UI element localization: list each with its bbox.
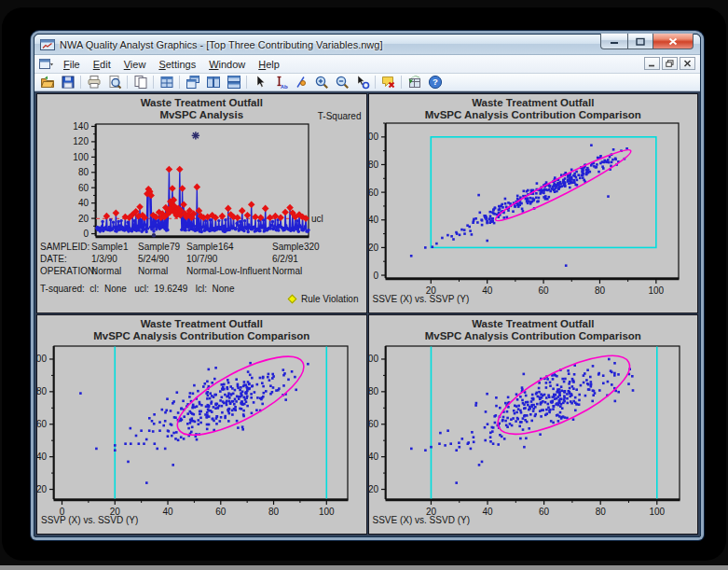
tile-windows-icon: [159, 75, 174, 90]
app-icon: [40, 38, 55, 51]
point-marker-icon: [294, 75, 309, 90]
menu-settings[interactable]: Settings: [152, 57, 202, 72]
svg-text:80: 80: [268, 507, 280, 517]
svg-text:40: 40: [78, 198, 89, 208]
open-button[interactable]: [37, 75, 57, 90]
svg-text:80: 80: [595, 507, 606, 517]
tsquared-control-chart[interactable]: 020406080100120140ucl: [37, 94, 365, 313]
zoom-in-icon: [314, 75, 329, 90]
point-marker-button[interactable]: [291, 75, 310, 90]
delete-annotation-icon: [381, 75, 396, 90]
axis-pair-label: SSVE (X) vs. SSVP (Y): [373, 294, 470, 304]
svg-text:ucl: ucl: [311, 214, 323, 224]
save-icon: [61, 75, 76, 90]
svg-text:80: 80: [78, 167, 89, 177]
export-data-icon: [407, 75, 422, 90]
info-cell: 1/3/90: [91, 254, 117, 264]
export-data-button[interactable]: [405, 75, 424, 90]
menu-window[interactable]: Window: [202, 57, 252, 72]
chart-panel-ssve-ssvp: Waste Treatment Outfall MvSPC Analysis C…: [368, 93, 699, 313]
svg-text:20: 20: [37, 484, 47, 494]
tile-vertical-icon: [206, 75, 221, 90]
window-controls: [600, 34, 694, 49]
menu-edit[interactable]: Edit: [87, 57, 117, 72]
axis-pair-label: SSVP (X) vs. SSVD (Y): [41, 515, 138, 525]
svg-text:120: 120: [73, 136, 89, 146]
svg-text:60: 60: [539, 507, 550, 517]
print-button[interactable]: [84, 75, 103, 90]
mdi-restore-button[interactable]: [662, 57, 678, 70]
toolbar-separator: [401, 76, 402, 89]
chart-workspace: Waste Treatment Outfall MvSPC Analysis T…: [34, 91, 700, 536]
cascade-windows-button[interactable]: [183, 75, 202, 90]
select-point-icon: [355, 75, 370, 90]
info-cell: Normal: [138, 266, 168, 276]
chart-panel-ssve-ssvd: Waste Treatment Outfall MvSPC Analysis C…: [368, 314, 699, 535]
toolbar-separator: [179, 76, 180, 89]
zoom-out-button[interactable]: [332, 75, 351, 90]
maximize-button[interactable]: [627, 34, 653, 49]
ssvp-ssvd-scatter-chart[interactable]: 20406080100020406080100: [37, 315, 365, 535]
svg-text:40: 40: [482, 507, 493, 517]
tile-horizontal-button[interactable]: [224, 75, 243, 90]
copy-button[interactable]: [130, 75, 150, 90]
svg-text:60: 60: [215, 507, 227, 517]
menubar: FileEditViewSettingsWindowHelp: [34, 55, 700, 74]
bottom-gray-strip: [0, 565, 728, 570]
svg-text:80: 80: [594, 285, 605, 296]
save-button[interactable]: [58, 75, 77, 90]
titlebar[interactable]: NWA Quality Analyst Graphics - [Top Thre…: [34, 35, 700, 55]
control-limits-line: T-squared: cl: None ucl: 19.6249 lcl: No…: [40, 284, 234, 294]
select-point-button[interactable]: [352, 75, 372, 90]
mdi-window-controls: [644, 57, 695, 70]
mdi-child-icon[interactable]: [39, 58, 53, 70]
svg-text:80: 80: [369, 160, 378, 170]
tile-windows-button[interactable]: [157, 75, 176, 90]
svg-text:100: 100: [73, 152, 89, 162]
info-cell: Sample79: [138, 242, 180, 252]
svg-text:40: 40: [369, 452, 378, 462]
info-cell: 5/24/90: [138, 254, 169, 264]
info-cell: Sample1: [91, 242, 128, 252]
ssve-ssvd-scatter-chart[interactable]: 2040608010020406080100: [369, 315, 697, 535]
select-button[interactable]: [250, 75, 269, 90]
svg-text:80: 80: [37, 386, 47, 396]
svg-text:60: 60: [369, 188, 378, 198]
tile-horizontal-icon: [227, 75, 241, 90]
mdi-close-button[interactable]: [680, 57, 695, 70]
menu-help[interactable]: Help: [252, 57, 286, 72]
ssve-ssvp-scatter-chart[interactable]: 02040608010020406080100: [369, 94, 697, 313]
svg-text:100: 100: [37, 354, 47, 364]
toolbar-separator: [127, 76, 128, 89]
svg-text:0: 0: [373, 271, 378, 281]
svg-text:60: 60: [37, 419, 47, 429]
help-button[interactable]: ?: [425, 75, 445, 90]
svg-text:100: 100: [648, 285, 664, 296]
print-icon: [87, 75, 102, 90]
screenshot-background: NWA Quality Analyst Graphics - [Top Thre…: [0, 0, 728, 570]
tile-vertical-button[interactable]: [203, 75, 223, 90]
close-button[interactable]: [653, 34, 694, 49]
svg-text:60: 60: [78, 183, 89, 193]
svg-text:20: 20: [78, 214, 89, 224]
menu-view[interactable]: View: [117, 57, 153, 72]
minimize-button[interactable]: [600, 34, 627, 49]
print-preview-button[interactable]: [104, 75, 124, 90]
window-title: NWA Quality Analyst Graphics - [Top Thre…: [60, 39, 382, 50]
info-cell: Sample320: [272, 242, 320, 252]
text-annotation-button[interactable]: Abc: [270, 75, 290, 90]
mdi-minimize-button[interactable]: [644, 57, 660, 70]
toolbar-separator: [375, 76, 376, 89]
axis-pair-label: SSVE (X) vs. SSVD (Y): [373, 515, 470, 525]
rule-violation-diamond-icon: [288, 295, 297, 304]
zoom-in-button[interactable]: [311, 75, 331, 90]
toolbar: Abc?: [34, 74, 700, 91]
cascade-windows-icon: [185, 75, 200, 90]
delete-annotation-button[interactable]: [378, 75, 398, 90]
svg-text:40: 40: [482, 285, 493, 296]
menu-file[interactable]: File: [57, 57, 87, 72]
svg-text:100: 100: [369, 354, 378, 364]
toolbar-separator: [153, 76, 154, 89]
rule-violation-legend: Rule Violation: [289, 294, 359, 304]
toolbar-separator: [246, 76, 247, 89]
